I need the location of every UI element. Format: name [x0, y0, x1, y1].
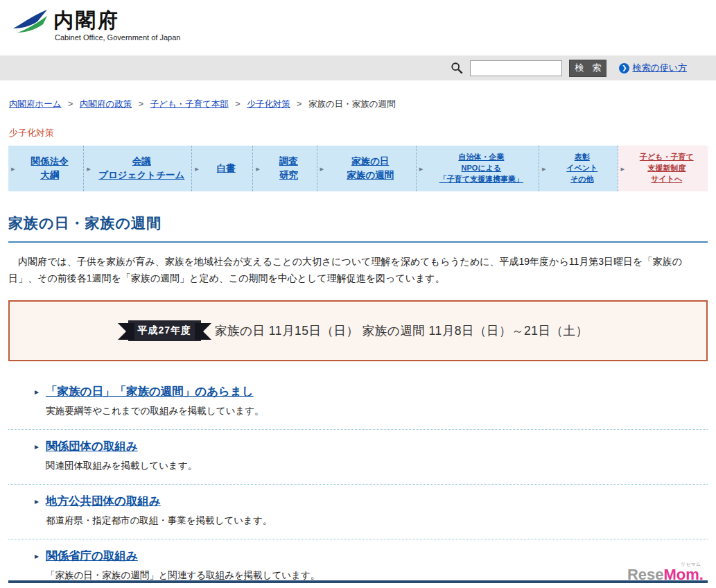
nav-item-meetings-project-team[interactable]: 会議 プロジェクトチーム [83, 146, 191, 191]
breadcrumb-separator: > [235, 99, 240, 109]
cabinet-office-logo[interactable]: 内閣府 Cabinet Office, Government of Japan [12, 10, 180, 42]
logo-title: 内閣府 [53, 9, 120, 31]
list-item: 「家族の日」「家族の週間」のあらまし 実施要綱等やこれまでの取組みを掲載していま… [8, 375, 708, 430]
nav-item-family-day-week[interactable]: 家族の日 家族の週間 [317, 146, 416, 191]
fiscal-year-ribbon-badge: 平成27年度 [128, 320, 202, 341]
watermark-rese: Rese [627, 566, 664, 583]
link-description: 実施要綱等やこれまでの取組みを掲載しています。 [46, 405, 708, 417]
site-header: 内閣府 Cabinet Office, Government of Japan [0, 0, 716, 55]
logo-subtitle: Cabinet Office, Government of Japan [55, 33, 180, 42]
breadcrumb-link-declining-birthrate[interactable]: 少子化対策 [247, 99, 290, 109]
main-nav: 関係法令 大綱 会議 プロジェクトチーム 白書 調査 研究 家族の日 家族の週間… [8, 146, 708, 191]
search-help-label: 検索の使い方 [632, 62, 687, 74]
breadcrumb-separator: > [139, 99, 143, 109]
breadcrumb-current: 家族の日・家族の週間 [308, 99, 396, 109]
family-day-highlight-box: 平成27年度 家族の日 11月15日（日） 家族の週間 11月8日（日）～21日… [8, 300, 708, 361]
breadcrumb-separator: > [297, 99, 302, 109]
page-title: 家族の日・家族の週間 [8, 214, 708, 243]
breadcrumb-link-policies[interactable]: 内閣府の政策 [80, 99, 132, 109]
list-item: 地方公共団体の取組み 都道府県・指定都市の取組・事業を掲載しています。 [8, 485, 708, 539]
arrow-circle-icon: ❯ [619, 63, 629, 74]
list-item: 関係団体の取組み 関連団体取組みを掲載しています。 [8, 430, 708, 485]
topic-link-list: 「家族の日」「家族の週間」のあらまし 実施要綱等やこれまでの取組みを掲載していま… [8, 375, 708, 588]
main-content: 家族の日・家族の週間 内閣府では、子供を家族が育み、家族を地域社会が支えることの… [8, 214, 708, 588]
link-ministries[interactable]: 関係省庁の取組み [46, 549, 138, 562]
nav-item-support-system-site[interactable]: 子ども・子育て 支援新制度 サイトへ [618, 146, 708, 191]
intro-paragraph: 内閣府では、子供を家族が育み、家族を地域社会が支えることの大切さについて理解を深… [8, 254, 708, 287]
cabinet-office-logo-icon [12, 10, 49, 35]
section-label: 少子化対策 [9, 127, 716, 139]
nav-item-white-paper[interactable]: 白書 [191, 146, 252, 191]
search-input[interactable] [470, 60, 562, 76]
link-description: 関連団体取組みを掲載しています。 [46, 460, 708, 472]
watermark-mom: Mom. [664, 566, 704, 583]
breadcrumb: 内閣府ホーム > 内閣府の政策 > 子ども・子育て本部 > 少子化対策 > 家族… [9, 98, 716, 110]
nav-item-awards-events[interactable]: 表彰 イベント その他 [539, 146, 618, 191]
link-local-governments[interactable]: 地方公共団体の取組み [46, 494, 161, 507]
search-button[interactable]: 検 索 [569, 60, 606, 77]
watermark-kana: リセマム [681, 562, 701, 567]
family-day-dates: 家族の日 11月15日（日） 家族の週間 11月8日（日）～21日（土） [215, 322, 588, 339]
resemom-watermark: リセマム ReseMom. [627, 567, 704, 582]
nav-item-npo-cooperation[interactable]: 自治体・企業 NPOによる 「子育て支援連携事業」 [416, 146, 539, 191]
search-icon [451, 62, 463, 74]
footer-divider [8, 580, 708, 583]
page: 内閣府 Cabinet Office, Government of Japan … [0, 0, 716, 588]
link-family-day-overview[interactable]: 「家族の日」「家族の週間」のあらまし [46, 385, 254, 397]
logo-text: 内閣府 Cabinet Office, Government of Japan [53, 10, 180, 42]
breadcrumb-separator: > [68, 99, 73, 109]
search-bar: 検 索 ❯ 検索の使い方 [0, 55, 716, 80]
search-help-link[interactable]: ❯ 検索の使い方 [619, 62, 687, 74]
link-description: 都道府県・指定都市の取組・事業を掲載しています。 [46, 514, 708, 527]
link-related-organizations[interactable]: 関係団体の取組み [46, 440, 138, 452]
breadcrumb-link-home[interactable]: 内閣府ホーム [9, 99, 62, 109]
nav-item-laws-outline[interactable]: 関係法令 大綱 [8, 146, 83, 191]
nav-item-research[interactable]: 調査 研究 [252, 146, 316, 191]
breadcrumb-link-child-headquarters[interactable]: 子ども・子育て本部 [150, 99, 228, 109]
